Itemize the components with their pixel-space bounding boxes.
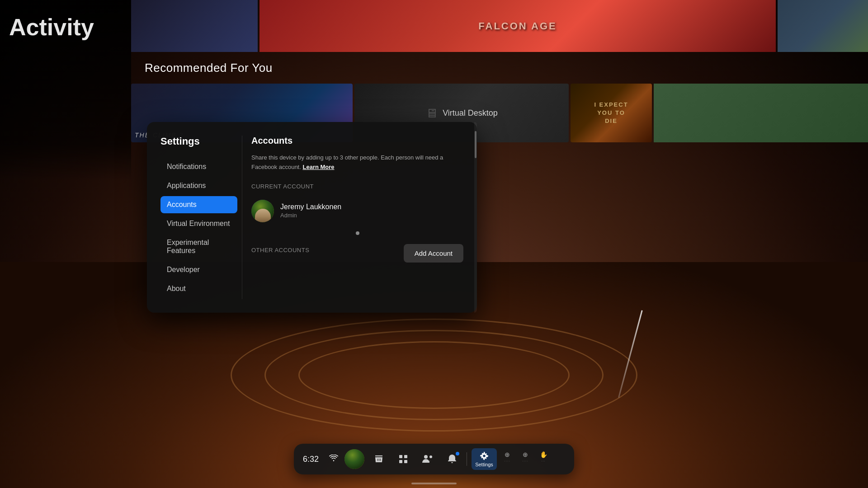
avatar-inner: [251, 200, 274, 222]
falcon-age-title: FALCON AGE: [478, 20, 557, 32]
taskbar-controller1-icon[interactable]: ⊕ ····: [499, 451, 515, 467]
taskbar-hand-icon[interactable]: ✋ ···: [535, 451, 552, 467]
game-strip: FALCON AGE: [131, 0, 868, 52]
taskbar-notification-icon[interactable]: [442, 449, 462, 469]
sidebar-item-about[interactable]: About: [160, 280, 237, 297]
accounts-content-title: Accounts: [251, 136, 463, 146]
account-avatar: [251, 200, 274, 222]
other-accounts-row: Other Accounts Add Account: [251, 244, 463, 263]
game-card-die[interactable]: I EXPECTYOU TODIE: [571, 84, 652, 142]
sidebar-item-applications[interactable]: Applications: [160, 177, 237, 194]
sidebar-item-virtual-environment[interactable]: Virtual Environment: [160, 215, 237, 232]
taskbar-avatar[interactable]: [344, 449, 364, 469]
activity-label: Activity: [9, 14, 122, 41]
sidebar-item-notifications[interactable]: Notifications: [160, 158, 237, 175]
svg-rect-0: [399, 455, 402, 458]
scroll-dot: [356, 231, 359, 235]
settings-title: Settings: [160, 136, 237, 147]
rug-circle-3: [298, 341, 570, 409]
taskbar-settings-button[interactable]: Settings: [472, 448, 497, 470]
account-info: Jeremy Laukkonen Admin: [280, 203, 463, 219]
svg-point-5: [429, 455, 432, 458]
vd-monitor-icon: 🖥: [425, 106, 438, 121]
sidebar-item-experimental-features[interactable]: Experimental Features: [160, 234, 237, 259]
taskbar-separator: [467, 452, 467, 466]
recommended-area: Recommended For You: [131, 52, 868, 84]
sidebar-item-developer[interactable]: Developer: [160, 261, 237, 278]
taskbar-settings-label: Settings: [475, 462, 493, 467]
game-thumb-right: [778, 0, 868, 52]
taskbar-controller2-icon[interactable]: ⊕ ····: [517, 451, 533, 467]
taskbar-time: 6:32: [303, 455, 325, 464]
settings-modal: Settings Notifications Applications Acco…: [147, 122, 477, 313]
svg-rect-1: [404, 455, 407, 458]
bottom-indicator: [411, 483, 457, 484]
settings-content: Accounts Share this device by adding up …: [242, 136, 463, 299]
svg-rect-3: [404, 460, 407, 463]
virtual-desktop-title: Virtual Desktop: [443, 108, 498, 118]
accounts-description: Share this device by adding up to 3 othe…: [251, 153, 463, 172]
account-role: Admin: [280, 212, 463, 219]
recommended-title: Recommended For You: [145, 61, 273, 75]
activity-panel: Activity: [0, 0, 131, 181]
add-account-button[interactable]: Add Account: [404, 244, 463, 263]
svg-point-4: [424, 455, 428, 459]
learn-more-link[interactable]: Learn More: [302, 164, 334, 170]
svg-rect-2: [399, 460, 402, 463]
taskbar-sub-icons: ⊕ ···· ⊕ ···· ✋ ···: [499, 451, 552, 467]
taskbar-avatar-img: [344, 449, 364, 469]
game-card-extra: [654, 84, 868, 142]
game-thumb-falcon: FALCON AGE: [259, 0, 776, 52]
modal-scrollbar: [474, 122, 477, 313]
current-account-label: Current Account: [251, 183, 463, 190]
current-account-item: Jeremy Laukkonen Admin: [251, 196, 463, 226]
scrollbar-thumb[interactable]: [475, 131, 476, 158]
settings-sidebar: Settings Notifications Applications Acco…: [160, 136, 242, 299]
rug: [208, 307, 660, 443]
taskbar-people-icon[interactable]: [418, 449, 438, 469]
die-title: I EXPECTYOU TODIE: [594, 101, 628, 126]
game-thumb-left: [131, 0, 258, 52]
avatar-figure: [255, 209, 271, 222]
taskbar-store-icon[interactable]: [369, 449, 389, 469]
sidebar-item-accounts[interactable]: Accounts: [160, 196, 237, 213]
wifi-icon: [329, 455, 338, 464]
taskbar-apps-icon[interactable]: [393, 449, 413, 469]
taskbar: 6:32: [294, 444, 574, 474]
account-name: Jeremy Laukkonen: [280, 203, 463, 211]
notification-dot: [456, 452, 459, 455]
other-accounts-label: Other Accounts: [251, 247, 309, 253]
